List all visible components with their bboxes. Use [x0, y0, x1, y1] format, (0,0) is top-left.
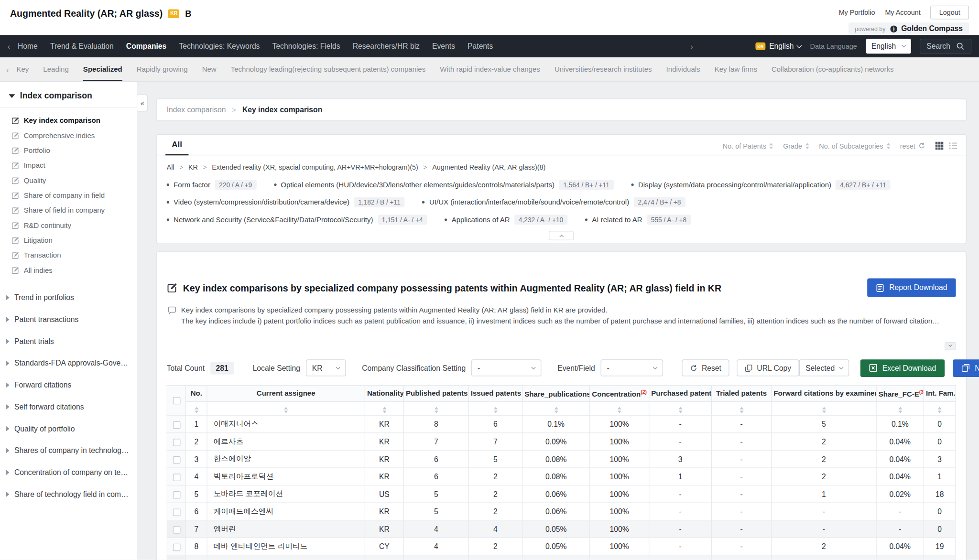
subnav-tab-specialized[interactable]: Specialized — [83, 57, 122, 81]
col-header-share_fce[interactable]: Share_FC-E(3) — [876, 385, 924, 402]
tab-all[interactable]: All — [165, 140, 188, 156]
path-item-kr[interactable]: KR — [188, 163, 198, 171]
sidebar-item-transaction[interactable]: Transaction — [0, 248, 137, 263]
nav-scroll-left-icon[interactable]: ‹ — [8, 42, 11, 50]
path-item-all[interactable]: All — [167, 163, 174, 171]
sort-control-share_fce[interactable] — [876, 402, 924, 416]
row-checkbox[interactable] — [173, 439, 180, 446]
cell-assignee[interactable]: 노바라드 코포레이션 — [207, 485, 365, 503]
subcategory-chip-optical-elements-hud-device-3d[interactable]: Optical elements (HUD/device/3D/lens/oth… — [274, 180, 614, 190]
sidebar-section-index-comparison[interactable]: Index comparison — [0, 82, 137, 108]
sort-control-assignee[interactable] — [207, 402, 365, 416]
path-item-augmented-reality-ar-ar-glass-8[interactable]: Augmented Reality (AR, AR glass)(8) — [432, 163, 545, 171]
expand-description-button[interactable] — [945, 342, 956, 350]
reset-sort-button[interactable]: reset — [900, 142, 925, 150]
collapse-panel-button[interactable] — [549, 231, 574, 240]
search-box[interactable]: Search — [920, 39, 971, 54]
col-header-no[interactable]: No. — [186, 385, 207, 402]
data-language-select[interactable]: English — [866, 39, 911, 54]
sidebar-item-key-index-comparison[interactable]: Key index comparison — [0, 113, 137, 128]
sidebar-collapse-button[interactable]: « — [137, 94, 148, 112]
sidebar-group-concentration-of-company-on-tec[interactable]: Concentration of company on tec… — [0, 461, 137, 483]
col-header-published[interactable]: Published patents — [403, 385, 468, 402]
classification-select[interactable]: - — [471, 359, 541, 376]
subnav-tab-key-law-firms[interactable]: Key law firms — [715, 57, 757, 81]
logout-button[interactable]: Logout — [931, 6, 969, 20]
list-view-icon[interactable] — [949, 141, 957, 150]
col-header-trialed[interactable]: Trialed patents — [711, 385, 771, 402]
sort-control-purchased[interactable] — [649, 402, 712, 416]
my-account-link[interactable]: My Account — [885, 9, 920, 16]
sort-no-of-subcategories[interactable]: No. of Subcategories — [819, 142, 890, 150]
nav-item-technologies-keywords[interactable]: Technologies: Keywords — [179, 42, 260, 51]
cell-assignee[interactable]: 데바 엔터테인먼트 리미티드 — [207, 538, 365, 556]
sort-control-nationality[interactable] — [365, 402, 403, 416]
row-checkbox[interactable] — [173, 474, 180, 481]
sidebar-group-patent-transactions[interactable]: Patent transactions — [0, 308, 137, 330]
sidebar-group-quality-of-portfolio[interactable]: Quality of portfolio — [0, 418, 137, 440]
event-field-select[interactable]: - — [600, 359, 663, 376]
col-header-int_fam[interactable]: Int. Fam. — [924, 385, 956, 402]
subnav-tab-key[interactable]: Key — [16, 57, 29, 81]
row-checkbox[interactable] — [173, 491, 180, 498]
subcategory-chip-ai-related-to-ar[interactable]: AI related to AR555 / A- / +8 — [585, 215, 691, 225]
sidebar-item-litigation[interactable]: Litigation — [0, 233, 137, 248]
selected-dropdown[interactable]: Selected — [799, 359, 849, 376]
sort-control-int_fam[interactable] — [924, 402, 956, 416]
sidebar-group-self-forward-citations[interactable]: Self forward citations — [0, 396, 137, 418]
subnav-tab-individuals[interactable]: Individuals — [666, 57, 700, 81]
sidebar-group-share-of-technology-field-in-comp[interactable]: Share of technology field in comp… — [0, 483, 137, 505]
sidebar-item-all-indies[interactable]: All indies — [0, 263, 137, 278]
sort-no-of-patents[interactable]: No. of Patents — [723, 142, 773, 150]
sort-control-concentration[interactable] — [590, 402, 649, 416]
cell-assignee[interactable]: 케이애드에스엔씨 — [207, 503, 365, 521]
nav-item-researchers-hr-biz[interactable]: Researchers/HR biz — [353, 42, 420, 51]
path-item-extended-reality-xr-spacial-computing-ar[interactable]: Extended reality (XR, spacial computing,… — [212, 163, 418, 171]
sort-control-no[interactable] — [186, 402, 207, 416]
nav-item-patents[interactable]: Patents — [468, 42, 493, 51]
sidebar-item-comprehensive-indies[interactable]: Comprehensive indies — [0, 128, 137, 143]
url-copy-button[interactable]: URL Copy — [737, 359, 800, 376]
excel-download-button[interactable]: Excel Download — [860, 359, 945, 377]
nav-scroll-right-icon[interactable]: › — [690, 42, 693, 50]
site-language-dropdown[interactable]: KR English — [755, 42, 801, 51]
subnav-tab-collaboration-co-applicants-networks[interactable]: Collaboration (co-applicants) networks — [772, 57, 893, 81]
subnav-tab-technology-leading-rejecting-subsequent-patents-companies[interactable]: Technology leading(rejecting subsequent … — [231, 57, 425, 81]
report-download-button[interactable]: Report Download — [868, 279, 956, 297]
subnav-tab-new[interactable]: New — [202, 57, 217, 81]
subcategory-chip-applications-of-ar[interactable]: Applications of AR4,232 / A- / +10 — [445, 215, 567, 225]
nav-item-home[interactable]: Home — [18, 42, 38, 51]
row-checkbox[interactable] — [173, 543, 180, 551]
nav-item-events[interactable]: Events — [432, 42, 455, 51]
row-checkbox[interactable] — [173, 456, 180, 463]
sidebar-group-trend-in-portfolios[interactable]: Trend in portfolios — [0, 287, 137, 309]
subnav-tab-rapidly-growing[interactable]: Rapidly growing — [137, 57, 188, 81]
sidebar-item-quality[interactable]: Quality — [0, 173, 137, 188]
sidebar-item-r-d-continuity[interactable]: R&D continuity — [0, 218, 137, 233]
subnav-tab-with-rapid-index-value-changes[interactable]: With rapid index-value changes — [440, 57, 540, 81]
col-header-purchased[interactable]: Purchased patents — [649, 385, 712, 402]
subcategory-chip-video-system-compression-distr[interactable]: Video (system/compression/distribution/c… — [167, 197, 405, 207]
locale-select[interactable]: KR — [306, 359, 346, 376]
sort-control-share_pub[interactable] — [522, 402, 590, 416]
col-header-assignee[interactable]: Current assignee — [207, 385, 365, 402]
sort-control-trialed[interactable] — [711, 402, 771, 416]
my-portfolio-link[interactable]: My Portfolio — [839, 9, 875, 16]
sort-control-issued[interactable] — [468, 402, 522, 416]
sidebar-group-forward-citations[interactable]: Forward citations — [0, 374, 137, 396]
subcategory-chip-ui-ux-interaction-interface-mo[interactable]: UI/UX (interaction/interface/mobile/soun… — [423, 197, 685, 207]
col-header-concentration[interactable]: Concentration(2) — [590, 385, 649, 402]
subnav-scroll-left-icon[interactable]: ‹ — [6, 65, 9, 73]
reset-button[interactable]: Reset — [682, 359, 729, 376]
col-header-nationality[interactable]: Nationality — [365, 385, 403, 402]
subcategory-chip-form-factor[interactable]: Form factor220 / A / +9 — [167, 180, 257, 190]
sort-control-published[interactable] — [403, 402, 468, 416]
subnav-tab-leading[interactable]: Leading — [43, 57, 68, 81]
sidebar-item-impact[interactable]: Impact — [0, 158, 137, 172]
cell-assignee[interactable]: 엠버린 — [207, 520, 365, 538]
nav-item-companies[interactable]: Companies — [126, 42, 166, 51]
breadcrumb-parent[interactable]: Index comparison — [167, 106, 226, 114]
sidebar-item-portfolio[interactable]: Portfolio — [0, 143, 137, 158]
sidebar-group-standards-fda-approvals-govern[interactable]: Standards-FDA approvals-Govern… — [0, 352, 137, 374]
sidebar-group-shares-of-company-in-technology[interactable]: Shares of company in technology … — [0, 440, 137, 462]
